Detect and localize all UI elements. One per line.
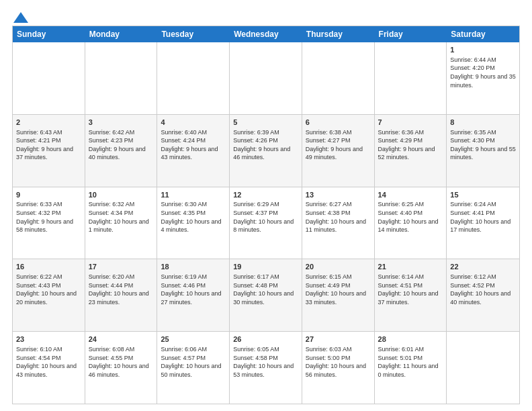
calendar-header: SundayMondayTuesdayWednesdayThursdayFrid… [13,26,519,42]
calendar-cell: 5Sunrise: 6:39 AM Sunset: 4:26 PM Daylig… [230,115,302,187]
day-detail: Sunrise: 6:30 AM Sunset: 4:35 PM Dayligh… [161,200,226,234]
day-detail: Sunrise: 6:10 AM Sunset: 4:54 PM Dayligh… [16,345,81,379]
calendar-cell: 7Sunrise: 6:36 AM Sunset: 4:29 PM Daylig… [375,115,447,187]
calendar-cell: 23Sunrise: 6:10 AM Sunset: 4:54 PM Dayli… [13,332,85,404]
calendar-cell: 11Sunrise: 6:30 AM Sunset: 4:35 PM Dayli… [157,187,230,259]
day-detail: Sunrise: 6:27 AM Sunset: 4:38 PM Dayligh… [306,200,371,234]
calendar-cell: 20Sunrise: 6:15 AM Sunset: 4:49 PM Dayli… [302,259,375,331]
calendar-cell: 28Sunrise: 6:01 AM Sunset: 5:01 PM Dayli… [375,332,447,404]
calendar-cell: 14Sunrise: 6:25 AM Sunset: 4:40 PM Dayli… [375,187,447,259]
calendar-cell: 3Sunrise: 6:42 AM Sunset: 4:23 PM Daylig… [85,115,158,187]
calendar-cell: 4Sunrise: 6:40 AM Sunset: 4:24 PM Daylig… [157,115,230,187]
calendar-cell: 13Sunrise: 6:27 AM Sunset: 4:38 PM Dayli… [302,187,375,259]
calendar-row-4: 16Sunrise: 6:22 AM Sunset: 4:43 PM Dayli… [13,259,519,332]
calendar-row-3: 9Sunrise: 6:33 AM Sunset: 4:32 PM Daylig… [13,187,519,260]
day-number: 21 [378,262,443,272]
day-detail: Sunrise: 6:32 AM Sunset: 4:34 PM Dayligh… [89,200,154,234]
day-detail: Sunrise: 6:24 AM Sunset: 4:41 PM Dayligh… [450,200,516,234]
day-detail: Sunrise: 6:29 AM Sunset: 4:37 PM Dayligh… [233,200,298,234]
calendar-cell: 12Sunrise: 6:29 AM Sunset: 4:37 PM Dayli… [230,187,302,259]
calendar-cell [302,42,375,114]
day-detail: Sunrise: 6:20 AM Sunset: 4:44 PM Dayligh… [89,273,154,306]
day-detail: Sunrise: 6:08 AM Sunset: 4:55 PM Dayligh… [89,345,154,379]
calendar-cell: 9Sunrise: 6:33 AM Sunset: 4:32 PM Daylig… [13,187,85,259]
day-number: 12 [233,190,298,200]
day-number: 20 [306,262,371,272]
calendar-cell: 27Sunrise: 6:03 AM Sunset: 5:00 PM Dayli… [302,332,375,404]
calendar-cell: 22Sunrise: 6:12 AM Sunset: 4:52 PM Dayli… [447,259,519,331]
day-detail: Sunrise: 6:17 AM Sunset: 4:48 PM Dayligh… [233,273,298,306]
header-day-monday: Monday [85,26,158,42]
day-number: 19 [233,262,298,272]
day-number: 22 [450,262,516,272]
calendar-cell: 15Sunrise: 6:24 AM Sunset: 4:41 PM Dayli… [447,187,519,259]
calendar-cell: 19Sunrise: 6:17 AM Sunset: 4:48 PM Dayli… [230,259,302,331]
day-number: 15 [450,190,516,200]
day-number: 24 [89,334,154,345]
day-number: 23 [16,334,81,345]
calendar-cell: 17Sunrise: 6:20 AM Sunset: 4:44 PM Dayli… [85,259,158,331]
calendar-cell: 25Sunrise: 6:06 AM Sunset: 4:57 PM Dayli… [157,332,230,404]
header-day-tuesday: Tuesday [157,26,230,42]
day-number: 7 [378,118,443,128]
day-number: 13 [306,190,371,200]
day-detail: Sunrise: 6:03 AM Sunset: 5:00 PM Dayligh… [306,345,371,379]
calendar-cell [85,42,158,114]
day-number: 10 [89,190,154,200]
day-detail: Sunrise: 6:05 AM Sunset: 4:58 PM Dayligh… [233,345,298,379]
day-detail: Sunrise: 6:12 AM Sunset: 4:52 PM Dayligh… [450,273,516,306]
day-number: 3 [89,118,154,128]
day-number: 8 [450,118,516,128]
calendar-cell: 24Sunrise: 6:08 AM Sunset: 4:55 PM Dayli… [85,332,158,404]
calendar: SundayMondayTuesdayWednesdayThursdayFrid… [12,26,520,404]
header [12,12,520,20]
header-day-wednesday: Wednesday [230,26,302,42]
day-number: 4 [161,118,226,128]
day-number: 6 [306,118,371,128]
day-detail: Sunrise: 6:19 AM Sunset: 4:46 PM Dayligh… [161,273,226,306]
header-day-sunday: Sunday [13,26,85,42]
calendar-cell: 6Sunrise: 6:38 AM Sunset: 4:27 PM Daylig… [302,115,375,187]
day-detail: Sunrise: 6:14 AM Sunset: 4:51 PM Dayligh… [378,273,443,306]
day-detail: Sunrise: 6:40 AM Sunset: 4:24 PM Dayligh… [161,128,226,162]
day-number: 17 [89,262,154,272]
page: SundayMondayTuesdayWednesdayThursdayFrid… [0,0,532,411]
calendar-cell: 8Sunrise: 6:35 AM Sunset: 4:30 PM Daylig… [447,115,519,187]
calendar-cell: 21Sunrise: 6:14 AM Sunset: 4:51 PM Dayli… [375,259,447,331]
calendar-row-2: 2Sunrise: 6:43 AM Sunset: 4:21 PM Daylig… [13,115,519,187]
day-number: 26 [233,334,298,345]
logo-icon [13,12,28,23]
day-detail: Sunrise: 6:42 AM Sunset: 4:23 PM Dayligh… [89,128,154,162]
calendar-row-1: 1Sunrise: 6:44 AM Sunset: 4:20 PM Daylig… [13,42,519,115]
day-detail: Sunrise: 6:36 AM Sunset: 4:29 PM Dayligh… [378,128,443,162]
calendar-cell: 18Sunrise: 6:19 AM Sunset: 4:46 PM Dayli… [157,259,230,331]
day-detail: Sunrise: 6:39 AM Sunset: 4:26 PM Dayligh… [233,128,298,162]
day-number: 2 [16,118,81,128]
calendar-cell: 10Sunrise: 6:32 AM Sunset: 4:34 PM Dayli… [85,187,158,259]
day-detail: Sunrise: 6:43 AM Sunset: 4:21 PM Dayligh… [16,128,81,162]
calendar-cell [13,42,85,114]
day-detail: Sunrise: 6:25 AM Sunset: 4:40 PM Dayligh… [378,200,443,234]
calendar-cell: 2Sunrise: 6:43 AM Sunset: 4:21 PM Daylig… [13,115,85,187]
day-detail: Sunrise: 6:22 AM Sunset: 4:43 PM Dayligh… [16,273,81,306]
logo [12,12,28,20]
day-detail: Sunrise: 6:33 AM Sunset: 4:32 PM Dayligh… [16,200,81,234]
header-day-saturday: Saturday [447,26,519,42]
day-number: 14 [378,190,443,200]
header-day-friday: Friday [375,26,447,42]
day-detail: Sunrise: 6:15 AM Sunset: 4:49 PM Dayligh… [306,273,371,306]
day-number: 18 [161,262,226,272]
day-number: 9 [16,190,81,200]
day-number: 25 [161,334,226,345]
calendar-cell [375,42,447,114]
day-detail: Sunrise: 6:44 AM Sunset: 4:20 PM Dayligh… [450,56,516,89]
calendar-cell [447,332,519,404]
day-detail: Sunrise: 6:35 AM Sunset: 4:30 PM Dayligh… [450,128,516,162]
calendar-cell: 1Sunrise: 6:44 AM Sunset: 4:20 PM Daylig… [447,42,519,114]
day-number: 27 [306,334,371,345]
calendar-cell: 26Sunrise: 6:05 AM Sunset: 4:58 PM Dayli… [230,332,302,404]
day-detail: Sunrise: 6:06 AM Sunset: 4:57 PM Dayligh… [161,345,226,379]
calendar-cell: 16Sunrise: 6:22 AM Sunset: 4:43 PM Dayli… [13,259,85,331]
day-number: 5 [233,118,298,128]
calendar-cell [157,42,230,114]
